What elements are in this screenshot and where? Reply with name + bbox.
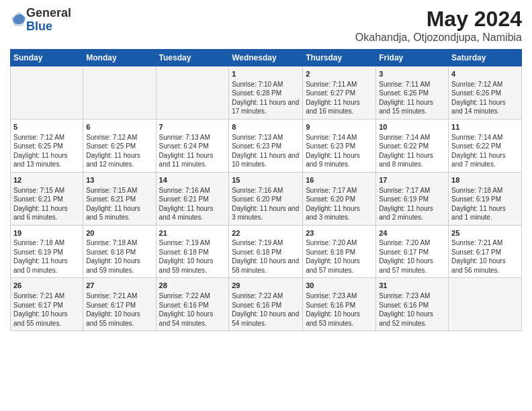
- logo-icon: [11, 11, 26, 26]
- day-info: Sunrise: 7:14 AM Sunset: 6:22 PM Dayligh…: [379, 133, 445, 169]
- day-info: Sunrise: 7:11 AM Sunset: 6:27 PM Dayligh…: [306, 80, 373, 116]
- calendar-cell: 5Sunrise: 7:12 AM Sunset: 6:25 PM Daylig…: [11, 119, 83, 172]
- day-number: 9: [306, 122, 373, 132]
- col-saturday: Saturday: [449, 50, 522, 66]
- day-number: 29: [232, 281, 300, 291]
- main-title: May 2024: [355, 7, 522, 32]
- day-number: 27: [86, 281, 152, 291]
- day-info: Sunrise: 7:19 AM Sunset: 6:18 PM Dayligh…: [159, 238, 226, 275]
- day-number: 24: [379, 228, 445, 238]
- day-number: 19: [13, 228, 80, 238]
- calendar-cell: 7Sunrise: 7:13 AM Sunset: 6:24 PM Daylig…: [156, 119, 229, 172]
- logo-general-text: General: [26, 6, 71, 19]
- day-number: 30: [306, 281, 373, 291]
- day-info: Sunrise: 7:22 AM Sunset: 6:16 PM Dayligh…: [159, 291, 226, 328]
- day-info: Sunrise: 7:21 AM Sunset: 6:17 PM Dayligh…: [451, 238, 519, 275]
- page: General Blue May 2024 Okahandja, Otjozon…: [0, 0, 532, 338]
- calendar-row-4: 26Sunrise: 7:21 AM Sunset: 6:17 PM Dayli…: [11, 278, 522, 331]
- day-info: Sunrise: 7:20 AM Sunset: 6:18 PM Dayligh…: [306, 238, 373, 275]
- logo: General Blue: [10, 7, 71, 34]
- day-number: 23: [306, 228, 373, 238]
- day-number: 3: [379, 69, 445, 79]
- header-row: Sunday Monday Tuesday Wednesday Thursday…: [11, 50, 522, 66]
- day-number: 7: [159, 122, 226, 132]
- day-info: Sunrise: 7:15 AM Sunset: 6:21 PM Dayligh…: [13, 186, 80, 222]
- calendar-cell: 16Sunrise: 7:17 AM Sunset: 6:20 PM Dayli…: [303, 172, 376, 225]
- calendar-cell: 20Sunrise: 7:18 AM Sunset: 6:18 PM Dayli…: [83, 225, 156, 278]
- calendar-row-0: 1Sunrise: 7:10 AM Sunset: 6:28 PM Daylig…: [11, 66, 522, 120]
- col-tuesday: Tuesday: [156, 50, 229, 66]
- day-info: Sunrise: 7:14 AM Sunset: 6:22 PM Dayligh…: [451, 133, 519, 169]
- day-number: 12: [13, 175, 80, 185]
- day-number: 14: [159, 175, 226, 185]
- day-info: Sunrise: 7:17 AM Sunset: 6:20 PM Dayligh…: [306, 186, 373, 222]
- day-info: Sunrise: 7:13 AM Sunset: 6:23 PM Dayligh…: [232, 133, 300, 169]
- day-number: 28: [159, 281, 226, 291]
- calendar-cell: [11, 66, 83, 120]
- calendar-cell: 6Sunrise: 7:12 AM Sunset: 6:25 PM Daylig…: [83, 119, 156, 172]
- day-info: Sunrise: 7:18 AM Sunset: 6:19 PM Dayligh…: [451, 186, 519, 222]
- day-info: Sunrise: 7:16 AM Sunset: 6:20 PM Dayligh…: [232, 186, 300, 222]
- day-number: 31: [379, 281, 445, 291]
- logo-blue-text: Blue: [26, 19, 52, 33]
- day-info: Sunrise: 7:10 AM Sunset: 6:28 PM Dayligh…: [232, 80, 300, 116]
- day-info: Sunrise: 7:19 AM Sunset: 6:18 PM Dayligh…: [232, 238, 300, 275]
- col-thursday: Thursday: [303, 50, 376, 66]
- day-info: Sunrise: 7:13 AM Sunset: 6:24 PM Dayligh…: [159, 133, 226, 169]
- subtitle: Okahandja, Otjozondjupa, Namibia: [355, 32, 522, 44]
- day-info: Sunrise: 7:22 AM Sunset: 6:16 PM Dayligh…: [232, 291, 300, 328]
- calendar-cell: [83, 66, 156, 120]
- day-number: 22: [232, 228, 300, 238]
- day-number: 8: [232, 122, 300, 132]
- day-info: Sunrise: 7:21 AM Sunset: 6:17 PM Dayligh…: [13, 291, 80, 328]
- calendar-cell: 11Sunrise: 7:14 AM Sunset: 6:22 PM Dayli…: [449, 119, 522, 172]
- calendar-table: Sunday Monday Tuesday Wednesday Thursday…: [10, 49, 522, 331]
- calendar-cell: [156, 66, 229, 120]
- calendar-cell: 27Sunrise: 7:21 AM Sunset: 6:17 PM Dayli…: [83, 278, 156, 331]
- day-number: 26: [13, 281, 80, 291]
- day-number: 25: [451, 228, 519, 238]
- calendar-cell: 26Sunrise: 7:21 AM Sunset: 6:17 PM Dayli…: [11, 278, 83, 331]
- calendar-cell: 28Sunrise: 7:22 AM Sunset: 6:16 PM Dayli…: [156, 278, 229, 331]
- calendar-cell: 4Sunrise: 7:12 AM Sunset: 6:26 PM Daylig…: [449, 66, 522, 120]
- day-info: Sunrise: 7:18 AM Sunset: 6:18 PM Dayligh…: [86, 238, 152, 275]
- day-info: Sunrise: 7:17 AM Sunset: 6:19 PM Dayligh…: [379, 186, 445, 222]
- day-info: Sunrise: 7:15 AM Sunset: 6:21 PM Dayligh…: [86, 186, 152, 222]
- header: General Blue May 2024 Okahandja, Otjozon…: [10, 7, 522, 44]
- calendar-cell: 8Sunrise: 7:13 AM Sunset: 6:23 PM Daylig…: [229, 119, 303, 172]
- day-number: 6: [86, 122, 152, 132]
- day-info: Sunrise: 7:20 AM Sunset: 6:17 PM Dayligh…: [379, 238, 445, 275]
- calendar-cell: 17Sunrise: 7:17 AM Sunset: 6:19 PM Dayli…: [376, 172, 449, 225]
- day-number: 5: [13, 122, 80, 132]
- calendar-cell: 2Sunrise: 7:11 AM Sunset: 6:27 PM Daylig…: [303, 66, 376, 120]
- col-wednesday: Wednesday: [229, 50, 303, 66]
- day-number: 2: [306, 69, 373, 79]
- calendar-cell: 24Sunrise: 7:20 AM Sunset: 6:17 PM Dayli…: [376, 225, 449, 278]
- calendar-cell: 25Sunrise: 7:21 AM Sunset: 6:17 PM Dayli…: [449, 225, 522, 278]
- day-info: Sunrise: 7:12 AM Sunset: 6:26 PM Dayligh…: [451, 80, 519, 116]
- calendar-cell: 18Sunrise: 7:18 AM Sunset: 6:19 PM Dayli…: [449, 172, 522, 225]
- calendar-cell: 15Sunrise: 7:16 AM Sunset: 6:20 PM Dayli…: [229, 172, 303, 225]
- day-number: 21: [159, 228, 226, 238]
- calendar-cell: 31Sunrise: 7:23 AM Sunset: 6:16 PM Dayli…: [376, 278, 449, 331]
- calendar-cell: 1Sunrise: 7:10 AM Sunset: 6:28 PM Daylig…: [229, 66, 303, 120]
- day-number: 4: [451, 69, 519, 79]
- col-monday: Monday: [83, 50, 156, 66]
- day-number: 1: [232, 69, 300, 79]
- calendar-cell: 21Sunrise: 7:19 AM Sunset: 6:18 PM Dayli…: [156, 225, 229, 278]
- day-info: Sunrise: 7:16 AM Sunset: 6:21 PM Dayligh…: [159, 186, 226, 222]
- calendar-cell: 9Sunrise: 7:14 AM Sunset: 6:23 PM Daylig…: [303, 119, 376, 172]
- col-friday: Friday: [376, 50, 449, 66]
- calendar-cell: 19Sunrise: 7:18 AM Sunset: 6:19 PM Dayli…: [11, 225, 83, 278]
- calendar-cell: 30Sunrise: 7:23 AM Sunset: 6:16 PM Dayli…: [303, 278, 376, 331]
- day-info: Sunrise: 7:14 AM Sunset: 6:23 PM Dayligh…: [306, 133, 373, 169]
- calendar-cell: 12Sunrise: 7:15 AM Sunset: 6:21 PM Dayli…: [11, 172, 83, 225]
- day-number: 20: [86, 228, 152, 238]
- day-info: Sunrise: 7:21 AM Sunset: 6:17 PM Dayligh…: [86, 291, 152, 328]
- title-block: May 2024 Okahandja, Otjozondjupa, Namibi…: [355, 7, 522, 44]
- col-sunday: Sunday: [11, 50, 83, 66]
- calendar-row-1: 5Sunrise: 7:12 AM Sunset: 6:25 PM Daylig…: [11, 119, 522, 172]
- calendar-cell: [449, 278, 522, 331]
- calendar-cell: 29Sunrise: 7:22 AM Sunset: 6:16 PM Dayli…: [229, 278, 303, 331]
- day-info: Sunrise: 7:18 AM Sunset: 6:19 PM Dayligh…: [13, 238, 80, 275]
